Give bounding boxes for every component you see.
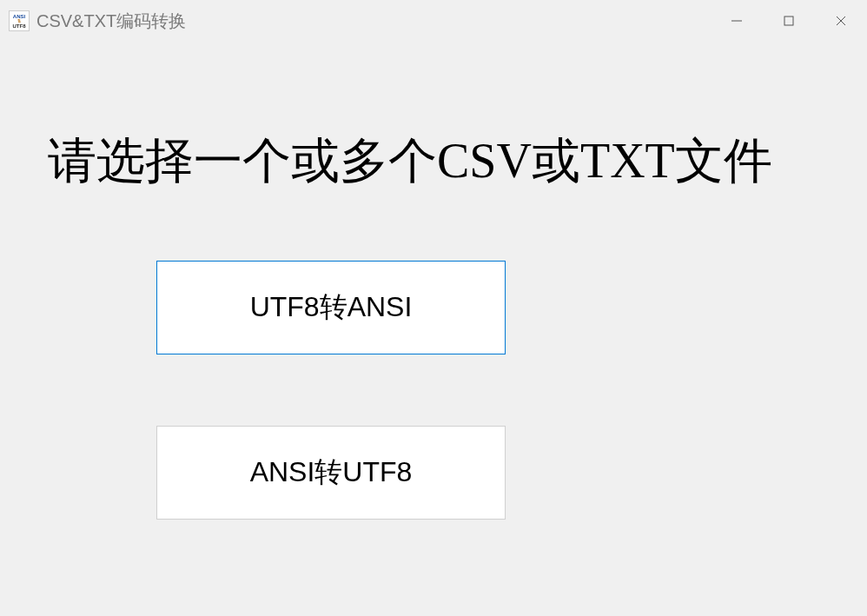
minimize-button[interactable] (711, 0, 763, 42)
titlebar-controls (711, 0, 867, 42)
window-title: CSV&TXT编码转换 (36, 10, 186, 33)
app-icon: ANSI ⇅ UTF8 (9, 10, 30, 31)
instruction-text: 请选择一个或多个CSV或TXT文件 (48, 129, 772, 195)
client-area: 请选择一个或多个CSV或TXT文件 UTF8转ANSI ANSI转UTF8 (0, 42, 867, 616)
titlebar: ANSI ⇅ UTF8 CSV&TXT编码转换 (0, 0, 867, 42)
titlebar-left: ANSI ⇅ UTF8 CSV&TXT编码转换 (9, 10, 186, 33)
app-window: ANSI ⇅ UTF8 CSV&TXT编码转换 (0, 0, 867, 616)
maximize-button[interactable] (763, 0, 815, 42)
maximize-icon (783, 15, 795, 27)
utf8-to-ansi-button[interactable]: UTF8转ANSI (156, 261, 506, 354)
ansi-to-utf8-button[interactable]: ANSI转UTF8 (156, 426, 506, 520)
svg-rect-1 (784, 17, 793, 25)
app-icon-line3: UTF8 (13, 23, 26, 29)
close-icon (835, 15, 847, 27)
minimize-icon (731, 15, 743, 27)
close-button[interactable] (815, 0, 867, 42)
